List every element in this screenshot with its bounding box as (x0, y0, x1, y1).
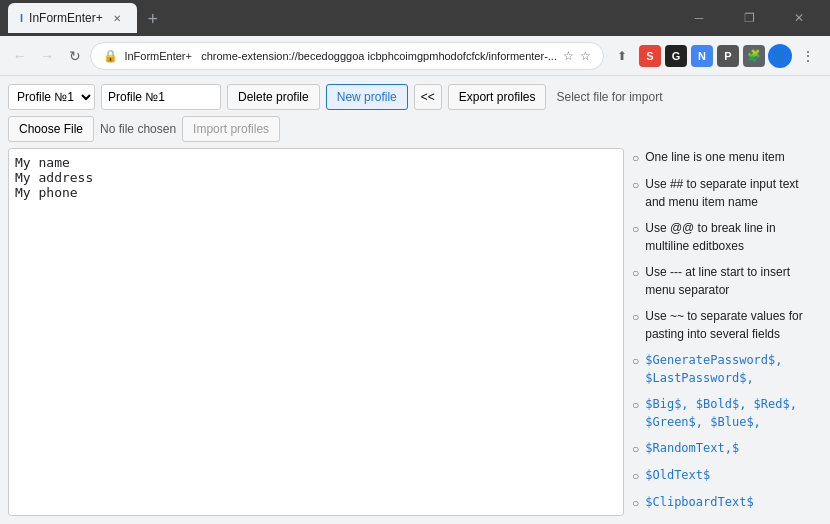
bullet-5: ○ (632, 308, 639, 326)
help-item-2: ○ Use ## to separate input text and menu… (632, 175, 822, 211)
export-profiles-button[interactable]: Export profiles (448, 84, 547, 110)
ext-icon-1[interactable]: S (639, 45, 661, 67)
delete-profile-button[interactable]: Delete profile (227, 84, 320, 110)
navbar: ← → ↻ 🔒 InFormEnter+ chrome-extension://… (0, 36, 830, 76)
titlebar-left: I InFormEnter+ ✕ + (8, 3, 676, 33)
titlebar-controls: ─ ❐ ✕ (676, 0, 822, 36)
bullet-1: ○ (632, 149, 639, 167)
help-code-9: $OldText$ (645, 466, 710, 484)
bullet-6: ○ (632, 352, 639, 370)
address-text: InFormEnter+ chrome-extension://becedogg… (124, 50, 557, 62)
help-item-4: ○ Use --- at line start to insert menu s… (632, 263, 822, 299)
titlebar: I InFormEnter+ ✕ + ─ ❐ ✕ (0, 0, 830, 36)
toolbar-row1: Profile №1 Profile №2 Profile №3 Delete … (8, 84, 822, 110)
profile-name-input[interactable] (101, 84, 221, 110)
help-item-7: ○ $Big$, $Bold$, $Red$, $Green$, $Blue$, (632, 395, 822, 431)
main-content: My name My address My phone ○ One line i… (8, 148, 822, 516)
star-icon[interactable]: ☆ (580, 49, 591, 63)
new-tab-button[interactable]: + (139, 5, 167, 33)
tab-title: InFormEnter+ (29, 11, 103, 25)
bullet-2: ○ (632, 176, 639, 194)
arrow-button[interactable]: << (414, 84, 442, 110)
help-item-5: ○ Use ~~ to separate values for pasting … (632, 307, 822, 343)
refresh-button[interactable]: ↻ (63, 42, 86, 70)
ext-icon-3[interactable]: N (691, 45, 713, 67)
bullet-7: ○ (632, 396, 639, 414)
tab-favicon: I (20, 12, 23, 24)
help-item-6: ○ $GeneratePassword$, $LastPassword$, (632, 351, 822, 387)
back-button[interactable]: ← (8, 42, 31, 70)
tab-area: I InFormEnter+ ✕ + (8, 3, 167, 33)
toolbar-row2: Choose File No file chosen Import profil… (8, 116, 822, 142)
profile-editor[interactable]: My name My address My phone (8, 148, 624, 516)
help-item-10: ○ $ClipboardText$ (632, 493, 822, 512)
bullet-8: ○ (632, 440, 639, 458)
close-button[interactable]: ✕ (776, 0, 822, 36)
share-icon[interactable]: ⬆ (608, 42, 636, 70)
help-panel: ○ One line is one menu item ○ Use ## to … (632, 148, 822, 516)
active-tab[interactable]: I InFormEnter+ ✕ (8, 3, 137, 33)
ext-icon-4[interactable]: P (717, 45, 739, 67)
profile-dropdown[interactable]: Profile №1 Profile №2 Profile №3 (8, 84, 95, 110)
restore-button[interactable]: ❐ (726, 0, 772, 36)
bullet-9: ○ (632, 467, 639, 485)
help-text-4: Use --- at line start to insert menu sep… (645, 263, 822, 299)
nav-right-icons: ⬆ S G N P 🧩 👤 ⋮ (608, 42, 822, 70)
tab-close-button[interactable]: ✕ (109, 10, 125, 26)
lock-icon: 🔒 (103, 49, 118, 63)
profile-avatar[interactable]: 👤 (768, 44, 792, 68)
no-file-text: No file chosen (100, 122, 176, 136)
minimize-button[interactable]: ─ (676, 0, 722, 36)
help-code-6: $GeneratePassword$, $LastPassword$, (645, 351, 822, 387)
ext-icon-2[interactable]: G (665, 45, 687, 67)
new-profile-button[interactable]: New profile (326, 84, 408, 110)
help-text-5: Use ~~ to separate values for pasting in… (645, 307, 822, 343)
help-item-9: ○ $OldText$ (632, 466, 822, 485)
select-file-label: Select file for import (556, 90, 662, 104)
forward-button[interactable]: → (35, 42, 58, 70)
help-text-3: Use @@ to break line in multiline editbo… (645, 219, 822, 255)
import-profiles-button[interactable]: Import profiles (182, 116, 280, 142)
help-code-7: $Big$, $Bold$, $Red$, $Green$, $Blue$, (645, 395, 822, 431)
bookmark-icon[interactable]: ☆ (563, 49, 574, 63)
help-text-1: One line is one menu item (645, 148, 784, 166)
help-text-2: Use ## to separate input text and menu i… (645, 175, 822, 211)
help-item-1: ○ One line is one menu item (632, 148, 822, 167)
help-item-8: ○ $RandomText,$ (632, 439, 822, 458)
bullet-10: ○ (632, 494, 639, 512)
help-item-3: ○ Use @@ to break line in multiline edit… (632, 219, 822, 255)
content-area: Profile №1 Profile №2 Profile №3 Delete … (0, 76, 830, 524)
address-bar[interactable]: 🔒 InFormEnter+ chrome-extension://becedo… (90, 42, 604, 70)
help-code-10: $ClipboardText$ (645, 493, 753, 511)
extensions-icon[interactable]: 🧩 (743, 45, 765, 67)
bullet-4: ○ (632, 264, 639, 282)
help-code-8: $RandomText,$ (645, 439, 739, 457)
menu-icon[interactable]: ⋮ (794, 42, 822, 70)
bullet-3: ○ (632, 220, 639, 238)
choose-file-button[interactable]: Choose File (8, 116, 94, 142)
